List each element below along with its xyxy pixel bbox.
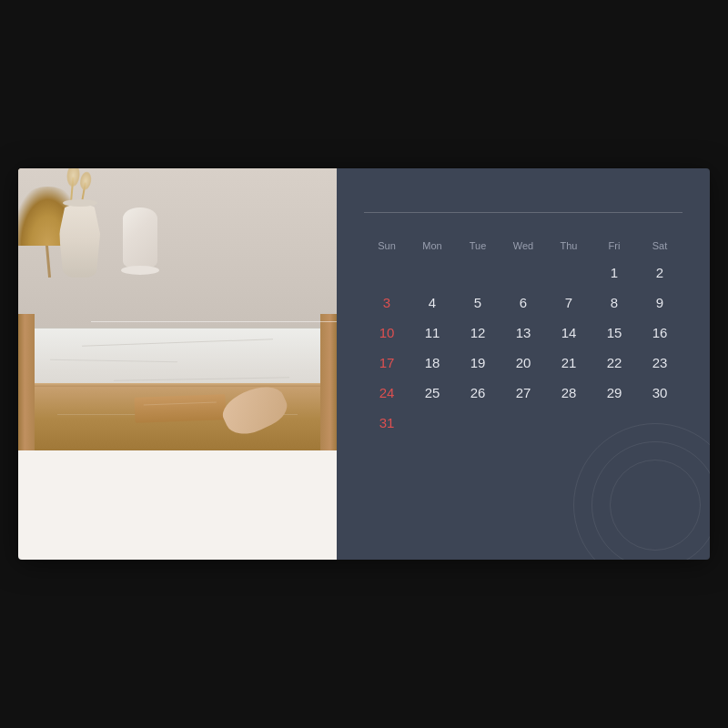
calendar-card: SunMonTueWedThuFriSat 123456789101112131… [18, 168, 710, 560]
day-cell-empty [410, 409, 455, 437]
day-cell-10: 10 [364, 318, 410, 347]
book-line [144, 402, 217, 406]
day-header-sun: Sun [364, 238, 410, 253]
day-cell-25: 25 [410, 379, 455, 407]
day-header-sat: Sat [637, 238, 682, 253]
vase-left-rim [63, 199, 97, 207]
day-cell-9: 9 [637, 288, 682, 317]
calendar-rows: 1234567891011121314151617181920212223242… [364, 258, 682, 437]
day-cell-2: 2 [637, 258, 682, 287]
day-cell-4: 4 [410, 288, 455, 317]
day-cell-empty [410, 258, 455, 287]
day-header-thu: Thu [546, 238, 592, 253]
right-panel: SunMonTueWedThuFriSat 123456789101112131… [337, 168, 710, 560]
calendar-week-0: 12 [364, 258, 682, 287]
left-panel [18, 168, 337, 560]
vase-right-rim [121, 266, 159, 275]
day-cell-29: 29 [592, 379, 637, 407]
day-cell-8: 8 [592, 288, 637, 317]
photo-background [18, 168, 337, 450]
vase-left [59, 205, 100, 278]
day-cell-22: 22 [592, 349, 637, 377]
wood-frame-left [18, 314, 35, 450]
marble-vein-2 [50, 359, 177, 362]
day-cell-16: 16 [637, 318, 682, 347]
day-cell-15: 15 [592, 318, 637, 347]
drawer-top-edge [35, 383, 320, 387]
day-cell-5: 5 [455, 288, 500, 317]
day-cell-26: 26 [455, 379, 500, 407]
day-cell-31: 31 [364, 409, 410, 437]
title-area [18, 450, 337, 560]
day-cell-19: 19 [455, 349, 500, 377]
day-cell-20: 20 [500, 349, 546, 377]
day-cell-21: 21 [546, 349, 592, 377]
day-cell-empty [546, 409, 592, 437]
day-cell-11: 11 [410, 318, 455, 347]
calendar-grid: SunMonTueWedThuFriSat 123456789101112131… [364, 238, 682, 541]
accent-line [91, 321, 337, 322]
day-cell-empty [592, 409, 637, 437]
marble-vein-3 [114, 377, 288, 380]
book-item [134, 394, 226, 422]
day-cell-empty [546, 258, 592, 287]
photo-area [18, 168, 337, 450]
day-cell-23: 23 [637, 349, 682, 377]
day-headers-row: SunMonTueWedThuFriSat [364, 238, 682, 253]
vase-right [123, 207, 157, 269]
day-cell-empty [500, 409, 546, 437]
day-header-tue: Tue [455, 238, 500, 253]
day-cell-13: 13 [500, 318, 546, 347]
calendar-week-1: 3456789 [364, 288, 682, 317]
day-header-mon: Mon [410, 238, 455, 253]
day-cell-24: 24 [364, 379, 410, 407]
calendar-week-4: 24252627282930 [364, 379, 682, 407]
day-cell-18: 18 [410, 349, 455, 377]
vase-right-container [123, 207, 159, 275]
day-cell-30: 30 [637, 379, 682, 407]
calendar-week-2: 10111213141516 [364, 318, 682, 347]
day-cell-14: 14 [546, 318, 592, 347]
day-cell-6: 6 [500, 288, 546, 317]
day-cell-3: 3 [364, 288, 410, 317]
day-cell-12: 12 [455, 318, 500, 347]
day-cell-27: 27 [500, 379, 546, 407]
calendar-week-3: 17181920212223 [364, 349, 682, 377]
day-cell-empty [500, 258, 546, 287]
day-cell-empty [637, 409, 682, 437]
day-header-fri: Fri [592, 238, 637, 253]
day-cell-1: 1 [592, 258, 637, 287]
marble-vein-1 [82, 339, 273, 346]
day-cell-17: 17 [364, 349, 410, 377]
day-cell-28: 28 [546, 379, 592, 407]
day-cell-empty [364, 258, 410, 287]
day-cell-empty [455, 258, 500, 287]
day-cell-7: 7 [546, 288, 592, 317]
calendar-week-5: 31 [364, 409, 682, 437]
quote-section [364, 194, 682, 196]
divider-line [364, 212, 682, 213]
vase-left-container [55, 200, 105, 278]
wood-frame-right [320, 314, 337, 450]
day-header-wed: Wed [500, 238, 546, 253]
day-cell-empty [455, 409, 500, 437]
